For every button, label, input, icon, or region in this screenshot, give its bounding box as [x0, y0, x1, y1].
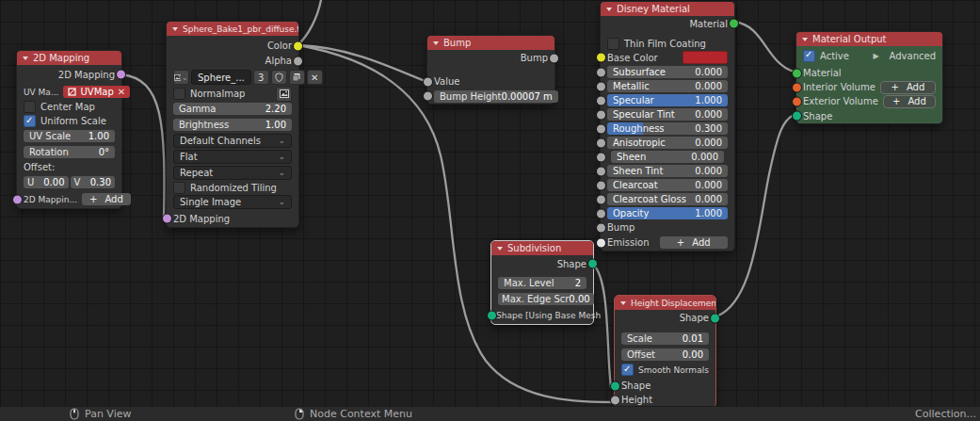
uv-map-chip[interactable]: UVMap ✕ [63, 86, 130, 98]
input-socket-anisotropic[interactable] [596, 138, 606, 148]
rotation-field[interactable]: Rotation 0° [24, 146, 115, 158]
extension-dropdown[interactable]: Repeat ⌄ [173, 166, 292, 180]
node-header[interactable]: Height Displacement [615, 296, 715, 310]
opacity-slider[interactable]: Opacity 1.000 [607, 207, 728, 219]
input-socket-base-color[interactable] [596, 53, 606, 63]
clearcoat-slider[interactable]: Clearcoat 0.000 [607, 179, 728, 191]
advanced-arrow-icon[interactable]: ▶ [873, 52, 878, 60]
channels-dropdown[interactable]: Default Channels ⌄ [173, 134, 292, 148]
normalmap-checkbox[interactable] [173, 88, 185, 100]
normalmap-image-button[interactable] [276, 87, 292, 102]
input-socket-interior-volume[interactable] [792, 82, 802, 92]
output-socket-color[interactable] [293, 40, 303, 51]
output-socket-bump[interactable] [549, 53, 559, 63]
add-button[interactable]: + Add [82, 193, 131, 205]
node-header[interactable]: Bump [427, 36, 554, 50]
node-2d-mapping[interactable]: 2D Mapping 2D Mapping UV Ma... UVMap ✕ C… [16, 50, 122, 209]
input-socket-emission[interactable] [596, 237, 606, 248]
input-socket-specular[interactable] [596, 95, 606, 105]
node-header[interactable]: Material Output [796, 32, 942, 46]
randomized-tiling-checkbox[interactable] [173, 182, 185, 194]
thin-film-checkbox[interactable] [607, 38, 619, 50]
input-socket-subsurface[interactable] [596, 67, 606, 77]
specular-tint-slider[interactable]: Specular Tint 0.000 [607, 108, 728, 121]
input-socket-clearcoat[interactable] [596, 180, 606, 190]
clearcoat-gloss-slider[interactable]: Clearcoat Gloss 0.000 [607, 193, 728, 205]
offset-u-field[interactable]: U 0.00 [24, 176, 69, 188]
collapse-arrow-icon[interactable] [620, 301, 626, 305]
source-dropdown[interactable]: Single Image ⌄ [173, 195, 292, 209]
users-count-badge[interactable]: 3 [253, 70, 269, 85]
brightness-field[interactable]: Brightness 1.00 [173, 119, 292, 131]
node-header[interactable]: Subdivision [491, 241, 593, 255]
sheen-slider[interactable]: Sheen 0.000 [611, 151, 724, 163]
max-level-field[interactable]: Max. Level 2 [498, 277, 586, 289]
gamma-field[interactable]: Gamma 2.20 [173, 103, 292, 115]
node-bump[interactable]: Bump Bump Value Bump Height 0.00007 m [426, 35, 555, 105]
image-name-field[interactable]: Sphere_... [191, 70, 251, 85]
sheen-tint-slider[interactable]: Sheen Tint 0.000 [607, 165, 728, 177]
input-socket-shape[interactable] [792, 111, 802, 121]
output-socket-alpha[interactable] [293, 56, 303, 66]
node-editor-canvas[interactable]: 2D Mapping 2D Mapping UV Ma... UVMap ✕ C… [0, 0, 980, 421]
collapse-arrow-icon[interactable] [433, 41, 439, 45]
smooth-normals-checkbox[interactable] [621, 364, 634, 376]
emission-add-button[interactable]: + Add [660, 236, 729, 249]
open-image-button[interactable] [289, 70, 305, 85]
wire-color-to-offscreen-top[interactable] [298, 0, 321, 44]
input-socket-specular-tint[interactable] [596, 109, 606, 120]
close-icon[interactable]: ✕ [118, 87, 125, 97]
uv-scale-field[interactable]: UV Scale 1.00 [24, 130, 115, 142]
input-socket-shape[interactable] [610, 381, 620, 391]
input-socket-2d-mapping[interactable] [162, 214, 172, 224]
base-color-swatch[interactable] [683, 51, 728, 64]
exterior-volume-add-button[interactable]: + Add [883, 95, 936, 108]
node-material-output[interactable]: Material Output Active ▶ Advanced Materi… [795, 31, 943, 124]
bump-height-field[interactable]: Bump Height 0.00007 m [434, 90, 558, 103]
metallic-slider[interactable]: Metallic 0.000 [607, 80, 728, 92]
collapse-arrow-icon[interactable] [172, 27, 178, 31]
uniform-scale-checkbox[interactable] [24, 115, 36, 127]
input-socket-shape[interactable] [487, 311, 497, 321]
active-checkbox[interactable] [803, 50, 815, 62]
node-height-displacement[interactable]: Height Displacement Shape Scale 0.01 Off… [614, 295, 716, 408]
wire-subdivision-to-hd-shape[interactable] [593, 265, 611, 387]
node-header[interactable]: Sphere_Bake1_pbr_diffuse.tiff [167, 22, 298, 36]
input-socket-metallic[interactable] [596, 81, 606, 91]
input-socket-material[interactable] [792, 68, 802, 78]
interior-volume-add-button[interactable]: + Add [880, 81, 936, 94]
anisotropic-slider[interactable]: Anisotropic 0.000 [607, 137, 728, 149]
input-socket-clearcoat-gloss[interactable] [596, 194, 606, 204]
collapse-arrow-icon[interactable] [606, 8, 612, 11]
image-browse-button[interactable]: ⌄ [173, 70, 189, 85]
node-disney-material[interactable]: Disney Material Material Thin Film Coati… [600, 1, 735, 251]
input-socket-opacity[interactable] [596, 208, 606, 219]
wire-disney-to-output-material[interactable] [734, 22, 794, 72]
input-socket-bump-height[interactable] [423, 91, 433, 102]
offset-field[interactable]: Offset 0.00 [621, 348, 709, 361]
node-subdivision[interactable]: Subdivision Shape Max. Level 2 Max. Edge… [490, 240, 594, 325]
output-socket-2d-mapping[interactable] [116, 70, 126, 80]
node-image-map[interactable]: Sphere_Bake1_pbr_diffuse.tiff Color Alph… [166, 21, 299, 228]
advanced-label[interactable]: Advanced [890, 51, 936, 61]
collapse-arrow-icon[interactable] [23, 57, 28, 60]
input-socket-bump[interactable] [596, 222, 606, 233]
input-socket-sheen[interactable] [596, 152, 606, 162]
offset-v-field[interactable]: V 0.30 [71, 176, 116, 188]
input-socket-exterior-volume[interactable] [792, 96, 802, 106]
input-socket-sheen-tint[interactable] [596, 166, 606, 176]
node-header[interactable]: Disney Material [601, 2, 734, 16]
output-socket-shape[interactable] [587, 259, 598, 269]
max-edge-field[interactable]: Max. Edge Scr 0.00 [498, 293, 594, 305]
output-socket-material[interactable] [729, 19, 739, 29]
fake-user-button[interactable] [271, 70, 287, 85]
collapse-arrow-icon[interactable] [802, 38, 808, 41]
subsurface-slider[interactable]: Subsurface 0.000 [607, 66, 728, 78]
unlink-image-button[interactable]: ✕ [307, 70, 323, 85]
input-socket-height[interactable] [610, 395, 620, 405]
specular-slider[interactable]: Specular 1.000 [607, 94, 728, 106]
node-header[interactable]: 2D Mapping [17, 51, 121, 65]
collapse-arrow-icon[interactable] [497, 247, 503, 251]
output-socket-shape[interactable] [710, 313, 720, 323]
roughness-slider[interactable]: Roughness 0.300 [607, 122, 728, 135]
